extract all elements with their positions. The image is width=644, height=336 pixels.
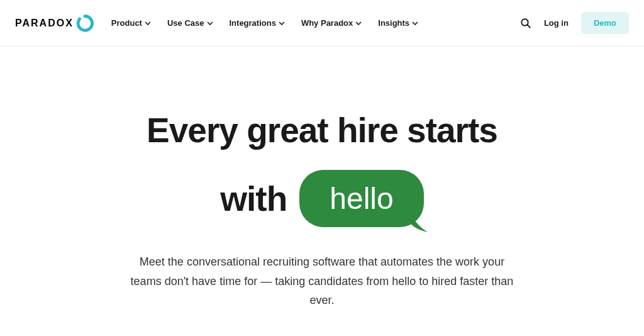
nav-label: Insights [378, 18, 409, 28]
demo-button[interactable]: Demo [581, 12, 629, 34]
hero-title-line2: with hello [25, 170, 619, 227]
hero-title-prefix: with [220, 179, 287, 219]
nav-label: Why Paradox [301, 18, 353, 28]
svg-line-1 [527, 25, 530, 28]
nav-item-integrations[interactable]: Integrations [230, 18, 285, 28]
logo-circle-icon [76, 14, 94, 32]
nav-item-insights[interactable]: Insights [378, 18, 418, 28]
nav-label: Integrations [230, 18, 276, 28]
hero-section: Every great hire starts with hello Meet … [0, 47, 644, 310]
chevron-down-icon [355, 20, 362, 26]
chat-bubble-text: hello [330, 181, 393, 216]
logo[interactable]: PARADOX [15, 14, 94, 32]
login-link[interactable]: Log in [544, 18, 569, 28]
chat-bubble: hello [299, 170, 423, 227]
search-icon[interactable] [520, 18, 531, 29]
header: PARADOX Product Use Case Integrations Wh… [0, 0, 644, 47]
chevron-down-icon [207, 20, 213, 26]
nav-label: Use Case [167, 18, 204, 28]
chevron-down-icon [145, 20, 151, 26]
nav-item-use-case[interactable]: Use Case [167, 18, 213, 28]
nav-label: Product [111, 18, 142, 28]
hero-subtitle: Meet the conversational recruiting softw… [127, 252, 517, 310]
chat-bubble-tail-icon [410, 215, 429, 233]
nav-item-product[interactable]: Product [111, 18, 151, 28]
logo-text: PARADOX [15, 18, 74, 29]
hero-title-line1: Every great hire starts [25, 109, 619, 151]
chevron-down-icon [279, 20, 285, 26]
main-nav: Product Use Case Integrations Why Parado… [111, 18, 520, 28]
nav-item-why-paradox[interactable]: Why Paradox [301, 18, 362, 28]
chevron-down-icon [412, 20, 418, 26]
header-right: Log in Demo [520, 12, 629, 34]
